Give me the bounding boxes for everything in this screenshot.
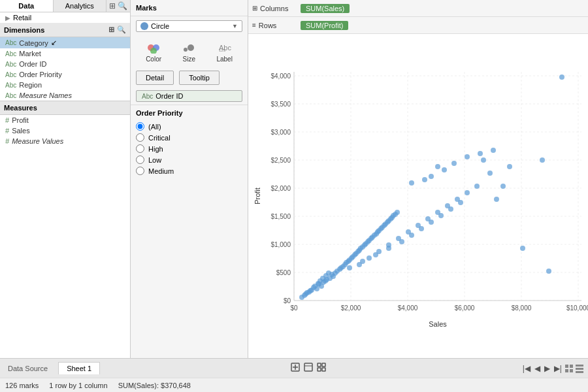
svg-text:$10,000: $10,000 (566, 304, 588, 312)
svg-rect-157 (576, 371, 583, 373)
svg-point-100 (559, 74, 564, 80)
filter-medium[interactable]: Medium (136, 165, 242, 176)
svg-point-102 (357, 262, 362, 267)
tooltip-button[interactable]: Tooltip (179, 71, 220, 85)
rows-shelf: ≡ Rows SUM(Profit) (248, 17, 588, 34)
svg-point-117 (494, 197, 499, 202)
svg-text:$3,000: $3,000 (270, 129, 291, 136)
svg-point-106 (396, 236, 401, 241)
pill-icon: Abc (142, 93, 153, 100)
dim-item-order-id[interactable]: Abc Order ID (0, 59, 130, 69)
svg-rect-155 (576, 365, 583, 367)
search-icon-dims[interactable]: 🔍 (117, 25, 126, 34)
dimensions-label: Dimensions (4, 26, 44, 34)
svg-point-109 (425, 216, 431, 221)
svg-point-4 (188, 44, 194, 51)
svg-rect-152 (570, 365, 573, 368)
new-dashboard-icon[interactable] (316, 362, 327, 374)
svg-point-115 (481, 157, 486, 163)
tab-analytics[interactable]: Analytics (54, 0, 107, 12)
svg-point-3 (184, 48, 188, 52)
dim-item-measure-names[interactable]: Abc Measure Names (0, 90, 130, 101)
svg-rect-151 (565, 365, 568, 368)
prev-page-btn[interactable]: ◀ (533, 364, 542, 373)
tab-data[interactable]: Data (0, 0, 54, 12)
svg-text:$3,500: $3,500 (270, 101, 291, 108)
grid-view-icon (564, 364, 574, 373)
dim-item-market[interactable]: Abc Market (0, 48, 130, 59)
last-page-btn[interactable]: ▶| (553, 364, 563, 373)
svg-point-105 (386, 242, 391, 248)
svg-text:$4,000: $4,000 (398, 304, 418, 312)
retail-item[interactable]: ▶ Retail (0, 12, 130, 23)
svg-point-132 (326, 270, 331, 276)
svg-point-108 (416, 223, 421, 228)
svg-point-121 (546, 269, 551, 274)
status-bar: 126 marks 1 row by 1 column SUM(Sales): … (0, 378, 588, 392)
svg-point-118 (500, 184, 506, 189)
order-id-pill[interactable]: Abc Order ID (136, 90, 242, 102)
svg-point-135 (429, 174, 434, 179)
svg-point-110 (435, 210, 440, 215)
tab-icons (285, 362, 332, 374)
svg-point-119 (507, 164, 512, 169)
svg-point-141 (491, 148, 496, 153)
dimensions-header: Dimensions ⊞ 🔍 (0, 23, 130, 37)
svg-point-107 (406, 229, 411, 235)
color-button[interactable]: Color (140, 39, 167, 65)
x-axis-label: Sales (429, 320, 447, 328)
sheet1-tab[interactable]: Sheet 1 (58, 362, 100, 374)
svg-text:$1,500: $1,500 (270, 213, 291, 220)
svg-point-134 (422, 177, 427, 182)
rows-pill[interactable]: SUM(Profit) (301, 21, 348, 30)
dim-item-category[interactable]: Abc Category ↙ (0, 37, 130, 48)
label-button[interactable]: Abc 123 Label (211, 39, 237, 65)
svg-rect-149 (318, 368, 321, 371)
size-button[interactable]: Size (176, 39, 202, 65)
mark-type-select[interactable]: Circle ▼ (136, 20, 242, 32)
first-page-btn[interactable]: |◀ (521, 364, 532, 373)
columns-pill[interactable]: SUM(Sales) (301, 4, 350, 13)
datasource-tab[interactable]: Data Source (0, 363, 56, 374)
next-page-btn[interactable]: ▶ (543, 364, 551, 373)
svg-point-120 (540, 157, 545, 163)
row-col: 1 row by 1 column (49, 382, 107, 389)
meas-item-sales[interactable]: # Sales (0, 125, 130, 136)
grid-icon[interactable]: ⊞ (109, 1, 116, 10)
measures-header: Measures (0, 101, 130, 115)
svg-point-111 (445, 203, 450, 208)
svg-point-137 (442, 167, 447, 172)
svg-rect-154 (570, 369, 573, 372)
y-axis-label: Profit (253, 188, 261, 204)
chart-area: Profit (248, 34, 588, 358)
nav-arrows: |◀ ◀ ▶ ▶| (517, 364, 588, 373)
dim-item-region[interactable]: Abc Region (0, 80, 130, 90)
detail-button[interactable]: Detail (136, 71, 174, 85)
svg-point-112 (455, 197, 460, 202)
size-icon (181, 41, 197, 54)
new-sheet-icon[interactable] (303, 362, 314, 374)
svg-text:$2,000: $2,000 (270, 185, 291, 192)
svg-point-113 (465, 190, 470, 195)
order-id-label: Order ID (155, 92, 183, 100)
svg-rect-148 (322, 363, 325, 367)
meas-item-measure-values[interactable]: # Measure Values (0, 136, 130, 146)
filter-all[interactable]: (All) (136, 121, 242, 132)
label-icon: Abc 123 (217, 41, 233, 54)
dim-item-order-priority[interactable]: Abc Order Priority (0, 69, 130, 80)
search-icon[interactable]: 🔍 (118, 1, 127, 10)
svg-point-104 (376, 249, 382, 254)
filter-low[interactable]: Low (136, 154, 242, 165)
grid-icon-dims[interactable]: ⊞ (108, 25, 114, 34)
scatter-chart: Profit (248, 39, 588, 353)
filter-high[interactable]: High (136, 143, 242, 154)
filter-critical[interactable]: Critical (136, 132, 242, 143)
new-datasource-icon[interactable] (290, 362, 301, 374)
marks-header: Marks (131, 0, 248, 16)
svg-rect-145 (304, 363, 312, 371)
meas-item-profit[interactable]: # Profit (0, 115, 130, 125)
rows-label: Rows (259, 22, 277, 29)
color-icon (146, 41, 161, 54)
measures-label: Measures (4, 104, 37, 112)
retail-label: Retail (13, 14, 31, 22)
